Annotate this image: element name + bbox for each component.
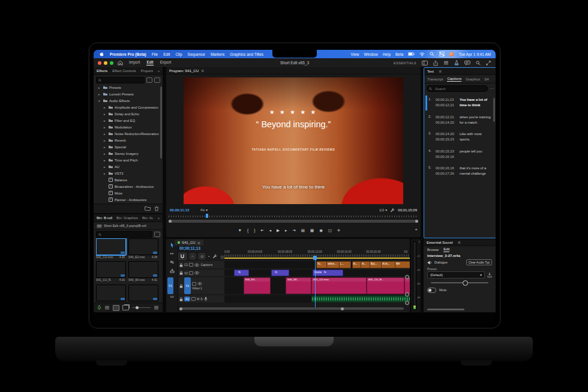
caption-text[interactable]: that it's more of a mental challenge xyxy=(460,166,492,177)
snap-magnet-icon[interactable] xyxy=(178,253,187,260)
menu-item[interactable]: View xyxy=(351,52,359,56)
caption-text[interactable]: Like with most sports, xyxy=(460,131,492,143)
source-patch-v1[interactable]: V1 xyxy=(167,277,173,294)
program-monitor-tab[interactable]: Program: S41_CU xyxy=(169,69,199,73)
panel-menu-icon[interactable]: ≣ xyxy=(197,241,200,245)
effects-tree-item[interactable]: Panner - Ambisonics xyxy=(94,196,163,203)
caption-text[interactable]: when you're training for a match. xyxy=(460,115,492,126)
thumbnail-zoom-slider[interactable] xyxy=(132,307,151,309)
bin-search-input[interactable] xyxy=(96,231,152,238)
scrollbar-knob-right[interactable] xyxy=(341,307,344,310)
program-mini-ruler[interactable] xyxy=(169,214,418,218)
bin-breadcrumb[interactable]: Short Edit v65_3.prproj\B-roll xyxy=(104,224,146,228)
chevron-icon[interactable]: ▸ xyxy=(104,132,107,136)
menu-item[interactable]: Graphics and Titles xyxy=(230,52,263,56)
effects-search-input[interactable] xyxy=(96,77,145,83)
clear-audio-type-button[interactable]: Clear Audio Typ xyxy=(466,259,492,265)
lock-icon[interactable] xyxy=(179,284,183,288)
transport-button[interactable]: ◂ xyxy=(269,228,271,234)
panel-menu-icon[interactable]: ≣ xyxy=(457,240,460,244)
bin-clip-item[interactable]: S41_CU.mov 4:29 xyxy=(96,238,125,259)
effects-tree-item[interactable]: ▸ Noise Reduction/Restoration xyxy=(94,130,163,137)
transport-button[interactable]: ⇥ xyxy=(292,228,295,234)
solo-track-button[interactable]: S xyxy=(200,297,202,301)
bin-tab[interactable]: Bin: Graphics xyxy=(116,216,138,220)
mic-icon[interactable] xyxy=(204,297,208,301)
track-target-v1[interactable]: V1 xyxy=(184,277,191,294)
effects-tree-item[interactable]: ▸ Presets xyxy=(94,84,163,91)
menu-item[interactable]: Premiere Pro (Beta) xyxy=(110,52,146,56)
menu-item[interactable]: Clip xyxy=(175,52,182,56)
text-subtab[interactable]: Captions xyxy=(447,77,461,82)
program-scrollbar[interactable] xyxy=(169,220,418,223)
lock-icon[interactable] xyxy=(179,263,183,267)
menu-item[interactable]: Edit xyxy=(163,52,170,56)
bin-tab[interactable]: Bin: B-roll xyxy=(97,216,112,220)
bin-clip-item[interactable]: S41_CU_R.. 4:00 xyxy=(96,261,125,282)
chevron-icon[interactable]: ▸ xyxy=(104,158,107,162)
track-resize-knob[interactable] xyxy=(405,275,409,279)
menu-item[interactable]: Markers xyxy=(211,52,224,56)
scrollbar-knob-left[interactable] xyxy=(179,307,182,310)
effects-tree-item[interactable]: Mute xyxy=(94,190,163,196)
icon-view-icon[interactable] xyxy=(113,305,119,311)
caption-clip[interactable]: Wh xyxy=(395,261,410,268)
transport-button[interactable]: ▤ xyxy=(301,228,305,234)
caption-row[interactable]: 2. 00;00;12;2100;00;14;20 when you're tr… xyxy=(425,112,493,129)
track-label[interactable]: C1 xyxy=(184,263,188,267)
menu-item[interactable]: File xyxy=(152,52,158,56)
chevron-icon[interactable]: ▾ xyxy=(98,99,101,103)
caption-timecodes[interactable]: 00;00;14;2000;00;15;23 xyxy=(436,131,457,143)
eye-icon[interactable] xyxy=(194,271,199,274)
effects-tree-item[interactable]: ▸ Lumetri Presets xyxy=(94,91,163,97)
transport-button[interactable]: ◫ xyxy=(328,228,332,234)
caption-text[interactable]: people tell you xyxy=(460,149,492,160)
audio-type-label[interactable]: Dialogue xyxy=(434,261,448,264)
track-resize-knob[interactable] xyxy=(405,301,409,305)
transport-button[interactable]: ▦ xyxy=(310,228,314,234)
menu-item[interactable]: Window xyxy=(364,52,378,56)
text-panel-tab[interactable]: Text xyxy=(427,70,434,73)
chevron-icon[interactable]: ▸ xyxy=(104,145,107,149)
scrollbar-knob-right[interactable] xyxy=(415,220,418,223)
new-item-icon[interactable] xyxy=(154,306,159,310)
transport-button[interactable]: ▸ xyxy=(285,228,287,234)
program-playhead[interactable] xyxy=(206,214,208,218)
effects-tree-item[interactable]: ▸ Stereo Imagery xyxy=(94,150,163,157)
captions-display-icon[interactable]: ◫ xyxy=(220,255,224,259)
linked-selection-icon[interactable]: ∩ xyxy=(190,253,196,259)
bin-clip-item[interactable] xyxy=(128,285,157,302)
sync-lock-icon[interactable] xyxy=(191,297,196,301)
audio-effects-badge-icon[interactable] xyxy=(154,77,160,83)
fullscreen-icon[interactable] xyxy=(486,61,491,65)
chevron-icon[interactable]: ▸ xyxy=(104,165,107,169)
essential-sound-subtab[interactable]: Edit xyxy=(443,247,449,252)
lock-icon[interactable] xyxy=(179,297,183,301)
text-subtab[interactable]: Graphics xyxy=(466,77,480,82)
graphic-clip[interactable]: fx xyxy=(234,270,249,276)
eye-icon[interactable] xyxy=(194,264,199,267)
spotlight-search-icon[interactable] xyxy=(430,52,434,56)
track-target-a1[interactable]: A1 xyxy=(184,297,190,301)
settings-wrench-icon[interactable] xyxy=(390,208,395,213)
new-custom-bin-icon[interactable] xyxy=(145,206,151,211)
effects-tree-item[interactable]: Binauralizer - Ambisonics xyxy=(94,183,163,190)
transport-button[interactable]: ▼ xyxy=(238,228,242,234)
save-preset-icon[interactable] xyxy=(487,273,492,277)
apple-menu-icon[interactable] xyxy=(99,52,104,57)
caption-timecodes[interactable]: 00;00;16;1600;00;17;26 xyxy=(436,166,457,177)
menu-item[interactable]: Beta xyxy=(395,52,403,56)
sync-lock-icon[interactable] xyxy=(192,282,196,286)
pen-project-icon[interactable] xyxy=(97,305,101,310)
chevron-icon[interactable]: ▸ xyxy=(98,86,101,89)
playback-resolution-dropdown[interactable]: 1/2▾ xyxy=(379,208,387,212)
text-subtab[interactable]: Transcript xyxy=(427,77,443,82)
timeline-settings-wrench-icon[interactable] xyxy=(212,254,217,259)
eye-icon[interactable] xyxy=(197,282,202,285)
graphic-clip[interactable]: Quote fx xyxy=(313,270,343,276)
timeline-ruler[interactable]: 00;0000;00;04;0000;00;08;0000;00;12;0000… xyxy=(224,247,410,260)
preset-dropdown[interactable]: (Default)▾ xyxy=(427,271,485,279)
bin-tab[interactable]: Bin: Au xyxy=(142,216,153,220)
sync-lock-icon[interactable] xyxy=(189,271,193,275)
tab-overflow-icon[interactable]: » xyxy=(158,69,160,73)
